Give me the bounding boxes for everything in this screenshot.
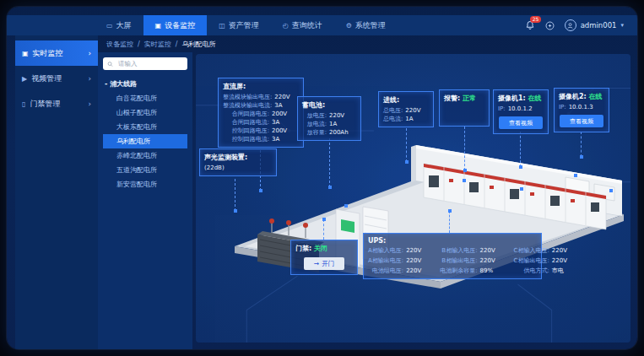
sidebar-item-label: 门禁管理 bbox=[30, 99, 60, 110]
nav-item-device-monitor[interactable]: ▣ 设备监控 bbox=[143, 15, 208, 35]
tree-search[interactable] bbox=[103, 57, 187, 70]
sidebar-item-video-mgmt[interactable]: ▶ 视频管理 › bbox=[15, 66, 98, 91]
metric-label: 控制回路电压: bbox=[223, 127, 269, 135]
nav-menu: ▭ 大屏 ▣ 设备监控 ◫ 资产管理 ◴ 查询统计 ⚙ 系统管理 bbox=[95, 15, 398, 35]
breadcrumb-separator: / bbox=[176, 40, 178, 48]
nav-item-query-stats[interactable]: ◴ 查询统计 bbox=[271, 15, 334, 35]
metric-value: 3A bbox=[274, 101, 299, 110]
connector-line bbox=[406, 128, 407, 162]
view-video-button[interactable]: 查看视频 bbox=[499, 116, 543, 129]
open-door-label: 开门 bbox=[322, 260, 334, 268]
metric-value: 市电 bbox=[552, 267, 579, 275]
metric-value: 220V bbox=[406, 267, 433, 275]
metric-value: 220V bbox=[480, 246, 507, 255]
search-icon bbox=[107, 61, 113, 67]
camera1-status: 摄像机1: 在线 bbox=[498, 94, 544, 103]
camera1-ip: 10.0.1.2 bbox=[508, 105, 533, 113]
page: ▭ 大屏 ▣ 设备监控 ◫ 资产管理 ◴ 查询统计 ⚙ 系统管理 bbox=[0, 0, 644, 356]
tree-node[interactable]: 大板东配电所 bbox=[103, 120, 187, 134]
metric-label: B相输出电压: bbox=[440, 256, 477, 265]
tree-root-label: 浦大线路 bbox=[110, 79, 137, 89]
open-door-button[interactable]: → 开门 bbox=[304, 257, 344, 270]
screen-icon: ▭ bbox=[106, 22, 113, 30]
metric-label: 电池组电压: bbox=[368, 267, 403, 275]
door-status-value: 关闭 bbox=[314, 245, 327, 252]
ups-metrics: A相输入电压:220V B相输入电压:220V C相输入电压:220V A相输出… bbox=[368, 246, 537, 275]
station-tree-panel: - 浦大线路 白音花配电所 山根子配电所 大板东配电所 乌利配电所 赤峰北配电所… bbox=[98, 52, 192, 349]
connector-line bbox=[235, 179, 235, 211]
left-sidebar: ▣ 实时监控 › ▶ 视频管理 › ▯ 门禁管理 › bbox=[15, 35, 98, 349]
connector-line bbox=[464, 127, 465, 170]
breadcrumb-item[interactable]: 设备监控 bbox=[106, 40, 133, 49]
camera2-ip: 10.0.1.3 bbox=[569, 103, 593, 111]
metric-label: B相输入电压: bbox=[440, 246, 477, 255]
tree-node[interactable]: 新安营配电所 bbox=[103, 177, 187, 191]
camera2-label: 摄像机2: bbox=[559, 93, 587, 100]
alarm-label: 报警: bbox=[444, 94, 460, 102]
dc-panel-title: 直流屏: bbox=[223, 82, 299, 91]
sound-monitor-value: (22dB) bbox=[204, 164, 225, 172]
tree-node[interactable]: 山根子配电所 bbox=[103, 105, 187, 120]
metric-value: 200V bbox=[272, 127, 299, 135]
tree-node[interactable]: 五道沟配电所 bbox=[103, 163, 187, 177]
connector-line bbox=[520, 132, 521, 167]
breadcrumb-item-current: 乌利配电所 bbox=[181, 40, 215, 49]
chevron-right-icon: › bbox=[88, 49, 91, 57]
metric-label: 总电流: bbox=[383, 115, 403, 123]
app-window: ▭ 大屏 ▣ 设备监控 ◫ 资产管理 ◴ 查询统计 ⚙ 系统管理 bbox=[7, 7, 637, 349]
search-input[interactable] bbox=[116, 59, 183, 68]
tree-root-node[interactable]: - 浦大线路 bbox=[103, 77, 187, 91]
tree-node[interactable]: 白音花配电所 bbox=[103, 91, 187, 105]
metric-value: 200V bbox=[272, 110, 299, 118]
tree-node[interactable]: 赤峰北配电所 bbox=[103, 148, 187, 163]
nav-item-system-mgmt[interactable]: ⚙ 系统管理 bbox=[334, 15, 398, 35]
metric-value: 220V bbox=[406, 246, 433, 255]
metric-value: 3A bbox=[272, 118, 299, 127]
camera1-status-value: 在线 bbox=[528, 94, 542, 102]
metric-value: 89% bbox=[480, 267, 507, 275]
fullscreen-button[interactable] bbox=[545, 18, 555, 34]
metric-label: A相输入电压: bbox=[368, 246, 403, 255]
connector-line bbox=[581, 132, 582, 157]
metric-value: 200Ah bbox=[329, 128, 356, 137]
callout-incoming-line: 进线: 总电压:220V 总电流:1A bbox=[378, 91, 434, 127]
alarm-status: 报警: 正常 bbox=[444, 94, 484, 103]
sidebar-item-realtime-monitor[interactable]: ▣ 实时监控 › bbox=[15, 40, 98, 66]
camera2-status-value: 在线 bbox=[589, 93, 603, 100]
metric-label: 电池剩余容量: bbox=[440, 267, 477, 275]
metric-value: 220V bbox=[552, 256, 579, 265]
chevron-right-icon: › bbox=[88, 100, 91, 108]
stats-icon: ◴ bbox=[283, 22, 289, 30]
main-area: ▣ 实时监控 › ▶ 视频管理 › ▯ 门禁管理 › 设备监控 bbox=[7, 35, 637, 349]
alarm-status-value: 正常 bbox=[463, 94, 476, 102]
alarm-bell-button[interactable]: 25 bbox=[525, 20, 535, 30]
metric-value: 1A bbox=[405, 115, 429, 123]
metric-label: 放电流: bbox=[302, 120, 327, 128]
breadcrumb-item[interactable]: 实时监控 bbox=[144, 40, 171, 49]
metric-label: 控制回路电流: bbox=[223, 135, 269, 143]
ups-title: UPS: bbox=[368, 237, 537, 245]
connector-line bbox=[323, 219, 324, 240]
nav-item-asset-mgmt[interactable]: ◫ 资产管理 bbox=[207, 15, 271, 35]
nav-item-dashboard[interactable]: ▭ 大屏 bbox=[95, 15, 143, 35]
nav-item-label: 大屏 bbox=[116, 20, 132, 31]
tree-node-selected[interactable]: 乌利配电所 bbox=[103, 134, 187, 148]
view-video-button[interactable]: 查看视频 bbox=[560, 115, 603, 127]
caret-down-icon: ▾ bbox=[620, 22, 624, 29]
metric-value: 220V bbox=[552, 246, 579, 255]
user-icon bbox=[566, 22, 574, 30]
metric-value: 220V bbox=[274, 93, 299, 101]
callout-sound-monitor: 声光监测装置: (22dB) bbox=[199, 148, 277, 176]
sidebar-item-access-mgmt[interactable]: ▯ 门禁管理 › bbox=[15, 91, 98, 116]
fullscreen-icon bbox=[545, 21, 555, 30]
callout-battery: 蓄电池: 放电压:220V 放电流:1A 放容量:200Ah bbox=[297, 96, 361, 141]
scene-canvas: 直流屏: 整流模块输出电压:220V 整流模块输出电流:3A 合闸回路电压:20… bbox=[196, 54, 630, 343]
metric-value: 1A bbox=[329, 120, 356, 128]
username: admin001 bbox=[581, 21, 617, 30]
door-icon: ▯ bbox=[22, 100, 25, 108]
user-menu[interactable]: admin001 ▾ bbox=[565, 19, 624, 31]
metric-label: 整流模块输出电压: bbox=[223, 93, 272, 101]
video-icon: ▶ bbox=[22, 75, 27, 83]
metric-label: 整流模块输出电流: bbox=[223, 101, 272, 110]
sidebar-item-label: 视频管理 bbox=[31, 73, 62, 84]
